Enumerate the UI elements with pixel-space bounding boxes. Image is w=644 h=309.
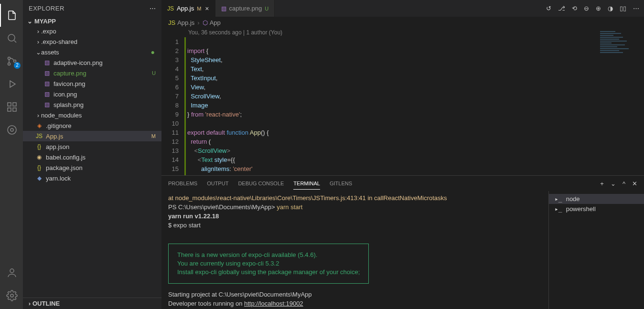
chevron-right-icon: › — [27, 300, 32, 307]
folder-assets[interactable]: ⌄assets● — [23, 47, 161, 57]
code-editor[interactable]: You, 36 seconds ago | 1 author (You) 123… — [161, 28, 587, 175]
codelens[interactable]: You, 36 seconds ago | 1 author (You) — [161, 28, 282, 37]
tab-git-status: U — [265, 6, 268, 11]
terminal-output[interactable]: at node_modules\react-native\Libraries\C… — [161, 191, 548, 309]
new-terminal-icon[interactable]: + — [600, 180, 604, 187]
file-icon-png[interactable]: ▧icon.png — [23, 89, 161, 99]
project-name: MYAPP — [34, 18, 56, 25]
search-activity-icon[interactable] — [0, 27, 23, 50]
bottom-panel: PROBLEMSOUTPUTDEBUG CONSOLETERMINALGITLE… — [161, 175, 644, 309]
explorer-activity-icon[interactable] — [0, 4, 23, 27]
git-modified-dot-icon: ● — [151, 48, 155, 56]
project-section-header[interactable]: ⌄ MYAPP — [23, 17, 161, 26]
file--gitignore[interactable]: ◈.gitignore — [23, 120, 161, 131]
panel-tab-output[interactable]: OUTPUT — [207, 178, 228, 190]
tab-git-status: M — [197, 6, 201, 11]
breadcrumb-file: App.js — [177, 19, 194, 26]
close-tab-icon[interactable]: × — [205, 5, 209, 12]
revert-icon[interactable]: ⟲ — [572, 5, 577, 12]
terminal-instance-powershell[interactable]: ▸_powershell — [549, 204, 644, 214]
gitlens-activity-icon[interactable] — [0, 118, 23, 141]
file-yarn-lock[interactable]: ◆yarn.lock — [23, 173, 161, 183]
chevron-down-icon: ⌄ — [35, 49, 41, 56]
file-tree: ›.expo›.expo-shared⌄assets●▧adaptive-ico… — [23, 26, 161, 298]
tab-capture-png[interactable]: ▧capture.pngU — [215, 0, 275, 17]
settings-activity-icon[interactable] — [0, 284, 23, 307]
tree-item-label: app.json — [46, 143, 161, 150]
panel-tab-debug-console[interactable]: DEBUG CONSOLE — [238, 178, 284, 190]
split-editor-icon[interactable]: ▯▯ — [620, 5, 626, 12]
tab-label: capture.png — [229, 5, 262, 12]
breadcrumb-symbol: App — [210, 19, 221, 26]
run-icon[interactable]: ◑ — [608, 5, 613, 12]
tree-item-label: icon.png — [54, 91, 161, 98]
file-adaptive-icon-png[interactable]: ▧adaptive-icon.png — [23, 57, 161, 68]
breadcrumb-separator-icon: › — [197, 19, 199, 26]
terminal-icon: ▸_ — [555, 205, 562, 213]
svg-point-10 — [10, 269, 14, 273]
terminal-list: ▸_node▸_powershell — [548, 191, 644, 309]
tree-item-label: App.js — [46, 133, 151, 140]
terminal-dropdown-icon[interactable]: ⌄ — [611, 180, 616, 187]
tree-item-label: yarn.lock — [46, 175, 161, 182]
close-panel-icon[interactable]: ✕ — [632, 180, 637, 187]
tab-app-js[interactable]: JSApp.jsM× — [161, 0, 215, 17]
code-content[interactable]: import { StyleSheet, Text, TextInput, Vi… — [187, 37, 282, 175]
activity-bar: 2 — [0, 0, 23, 309]
sidebar-more-icon[interactable]: ⋯ — [150, 5, 156, 12]
terminal-instance-label: node — [566, 195, 580, 202]
svg-point-9 — [11, 128, 13, 131]
tree-item-label: .expo-shared — [41, 38, 161, 45]
outline-section-header[interactable]: › OUTLINE — [23, 298, 161, 309]
run-debug-activity-icon[interactable] — [0, 73, 23, 96]
terminal-instance-node[interactable]: ▸_node — [549, 194, 644, 204]
folder--expo[interactable]: ›.expo — [23, 26, 161, 36]
folder--expo-shared[interactable]: ›.expo-shared — [23, 36, 161, 47]
file-favicon-png[interactable]: ▧favicon.png — [23, 78, 161, 89]
minimap[interactable] — [587, 28, 644, 175]
chevron-right-icon: › — [35, 38, 41, 45]
file-capture-png[interactable]: ▧capture.pngU — [23, 68, 161, 78]
tree-item-label: package.json — [46, 164, 161, 171]
file-babel-config-js[interactable]: ◉babel.config.js — [23, 152, 161, 162]
svg-point-2 — [8, 63, 11, 65]
breadcrumb[interactable]: JS App.js › ⬡ App — [161, 17, 644, 28]
chevron-right-icon: › — [35, 112, 41, 119]
timeline-icon[interactable]: ↺ — [546, 5, 551, 12]
scm-badge: 2 — [14, 62, 21, 69]
file-package-json[interactable]: {}package.json — [23, 162, 161, 173]
file-app-json[interactable]: {}app.json — [23, 141, 161, 152]
tree-item-label: .expo — [41, 28, 161, 35]
panel-tab-problems[interactable]: PROBLEMS — [168, 178, 197, 190]
file-splash-png[interactable]: ▧splash.png — [23, 99, 161, 110]
prev-change-icon[interactable]: ⊖ — [584, 5, 589, 12]
svg-point-11 — [11, 294, 13, 297]
svg-point-1 — [8, 57, 11, 60]
extensions-activity-icon[interactable] — [0, 96, 23, 118]
git-status: M — [151, 133, 156, 139]
line-gutter: 123456789101112131415 — [161, 37, 187, 175]
tab-label: App.js — [177, 5, 194, 12]
tree-item-label: splash.png — [54, 101, 161, 108]
svg-point-8 — [8, 126, 16, 134]
source-control-activity-icon[interactable]: 2 — [0, 50, 23, 73]
tree-item-label: babel.config.js — [46, 154, 161, 161]
panel-tab-terminal[interactable]: TERMINAL — [293, 178, 320, 190]
svg-rect-7 — [13, 108, 16, 111]
js-file-icon: JS — [168, 19, 175, 26]
folder-node-modules[interactable]: ›node_modules — [23, 110, 161, 120]
svg-rect-4 — [8, 103, 11, 106]
file-app-js[interactable]: JSApp.jsM — [23, 131, 161, 141]
panel-tab-gitlens[interactable]: GITLENS — [330, 178, 352, 190]
next-change-icon[interactable]: ⊕ — [596, 5, 601, 12]
tree-item-label: adaptive-icon.png — [54, 59, 161, 66]
editor-tabbar: JSApp.jsM×▧capture.pngU ↺ ⎇ ⟲ ⊖ ⊕ ◑ ▯▯ ⋯ — [161, 0, 644, 17]
accounts-activity-icon[interactable] — [0, 261, 23, 284]
editor-more-icon[interactable]: ⋯ — [633, 5, 639, 12]
svg-rect-5 — [13, 103, 16, 106]
editor-area: JSApp.jsM×▧capture.pngU ↺ ⎇ ⟲ ⊖ ⊕ ◑ ▯▯ ⋯… — [161, 0, 644, 309]
maximize-panel-icon[interactable]: ^ — [623, 180, 625, 187]
outline-label: OUTLINE — [32, 300, 60, 307]
git-compare-icon[interactable]: ⎇ — [558, 5, 565, 12]
chevron-down-icon: ⌄ — [27, 18, 32, 25]
